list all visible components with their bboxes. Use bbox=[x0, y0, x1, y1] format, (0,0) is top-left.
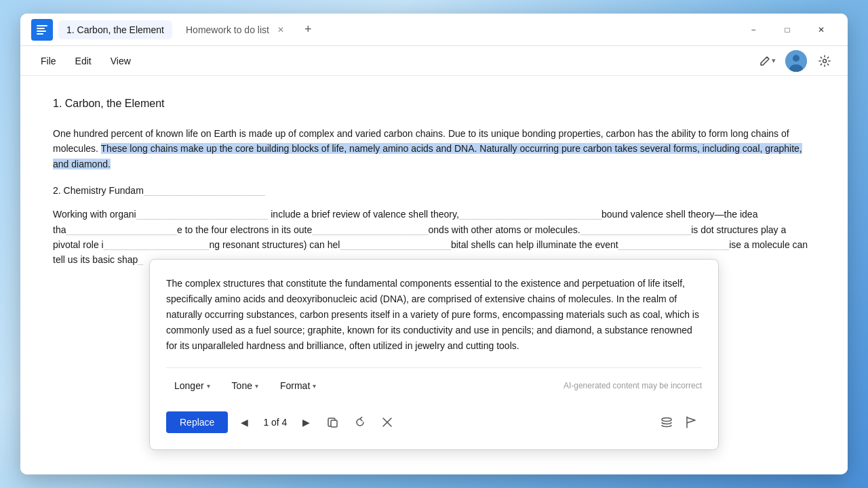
tone-dropdown[interactable]: Tone ▾ bbox=[224, 376, 267, 395]
app-window: 1. Carbon, the Element Homework to do li… bbox=[20, 14, 848, 474]
popup-controls-bottom: Replace ◀ 1 of 4 ▶ bbox=[166, 403, 702, 433]
window-controls: − □ ✕ bbox=[738, 19, 837, 41]
svg-point-5 bbox=[793, 55, 800, 62]
close-popup-button[interactable] bbox=[376, 411, 398, 433]
menu-bar: File Edit View ▾ bbox=[20, 46, 848, 76]
avatar[interactable] bbox=[785, 50, 807, 72]
add-tab-button[interactable]: + bbox=[300, 21, 316, 38]
refresh-button[interactable] bbox=[349, 411, 371, 433]
tab-carbon[interactable]: 1. Carbon, the Element bbox=[58, 20, 172, 39]
ai-popup: The complex structures that constitute t… bbox=[149, 259, 719, 450]
toolbar-right: ▾ bbox=[755, 49, 837, 73]
paragraph-1-highlight: These long chains make up the core build… bbox=[53, 143, 802, 169]
app-icon bbox=[31, 19, 53, 41]
replace-button[interactable]: Replace bbox=[166, 411, 228, 433]
bottom-icons bbox=[656, 411, 702, 433]
format-chevron-icon: ▾ bbox=[313, 382, 316, 390]
svg-rect-2 bbox=[37, 30, 46, 32]
format-dropdown[interactable]: Format ▾ bbox=[272, 376, 324, 395]
tab-homework-label: Homework to do list bbox=[186, 24, 269, 35]
tab-homework[interactable]: Homework to do list ✕ bbox=[178, 20, 295, 40]
menu-view[interactable]: View bbox=[101, 52, 140, 70]
close-button[interactable]: ✕ bbox=[806, 19, 837, 41]
ai-disclaimer: AI-generated content may be incorrect bbox=[564, 381, 702, 390]
maximize-button[interactable]: □ bbox=[772, 19, 803, 41]
flag-icon-button[interactable] bbox=[680, 411, 702, 433]
next-button[interactable]: ▶ bbox=[295, 411, 317, 433]
nav-counter: 1 of 4 bbox=[260, 417, 290, 428]
tab-homework-close[interactable]: ✕ bbox=[275, 24, 287, 36]
longer-dropdown[interactable]: Longer ▾ bbox=[166, 376, 218, 395]
minimize-button[interactable]: − bbox=[738, 19, 769, 41]
svg-point-11 bbox=[662, 418, 671, 422]
menu-file[interactable]: File bbox=[31, 52, 66, 70]
settings-button[interactable] bbox=[812, 49, 837, 73]
doc-title: 1. Carbon, the Element bbox=[53, 98, 815, 110]
svg-point-7 bbox=[823, 59, 827, 62]
edit-tool-button[interactable]: ▾ bbox=[755, 49, 780, 73]
prev-button[interactable]: ◀ bbox=[233, 411, 255, 433]
layers-icon-button[interactable] bbox=[656, 411, 677, 433]
svg-rect-8 bbox=[331, 420, 337, 427]
svg-rect-3 bbox=[37, 33, 43, 35]
svg-rect-1 bbox=[37, 28, 45, 29]
svg-rect-0 bbox=[37, 25, 47, 26]
tone-chevron-icon: ▾ bbox=[255, 382, 258, 390]
popup-controls-top: Longer ▾ Tone ▾ Format ▾ AI-generated co… bbox=[166, 367, 702, 403]
ai-popup-text: The complex structures that constitute t… bbox=[166, 276, 702, 354]
tab-carbon-label: 1. Carbon, the Element bbox=[66, 24, 164, 35]
title-bar: 1. Carbon, the Element Homework to do li… bbox=[20, 14, 848, 46]
menu-edit[interactable]: Edit bbox=[66, 52, 101, 70]
copy-button[interactable] bbox=[322, 411, 344, 433]
format-label: Format bbox=[280, 380, 310, 391]
paragraph-1: One hundred percent of known life on Ear… bbox=[53, 126, 815, 171]
section-2-heading: 2. Chemistry Fundam_____________________… bbox=[53, 185, 815, 196]
content-area: 1. Carbon, the Element One hundred perce… bbox=[20, 76, 848, 474]
longer-chevron-icon: ▾ bbox=[207, 382, 210, 390]
longer-label: Longer bbox=[174, 380, 204, 391]
tone-label: Tone bbox=[232, 380, 252, 391]
